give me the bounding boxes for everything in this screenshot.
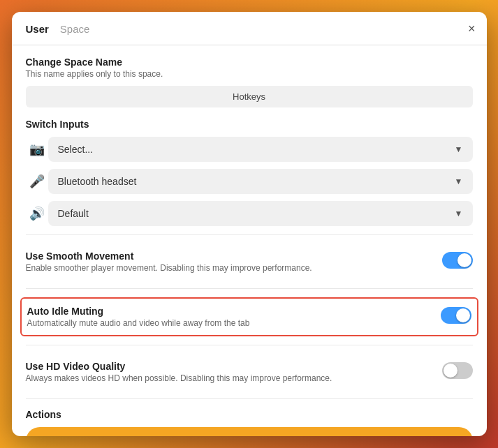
camera-select-value: Select... — [58, 144, 94, 155]
respawn-button[interactable]: respawn — [26, 427, 473, 436]
hotkeys-button[interactable]: Hotkeys — [26, 86, 473, 107]
modal-body: Change Space Name This name applies only… — [12, 45, 487, 436]
camera-icon: 📷 — [26, 142, 48, 157]
camera-chevron-icon: ▼ — [455, 144, 463, 154]
switch-inputs-label: Switch Inputs — [26, 119, 473, 130]
hd-video-desc: Always makes videos HD when possible. Di… — [26, 373, 431, 383]
tab-space[interactable]: Space — [60, 23, 90, 36]
hd-video-toggle[interactable] — [442, 362, 473, 379]
divider-4 — [26, 398, 473, 399]
hd-video-row: Use HD Video Quality Always makes videos… — [26, 354, 473, 390]
speaker-select-value: Default — [58, 208, 89, 219]
hd-video-text: Use HD Video Quality Always makes videos… — [26, 361, 442, 383]
microphone-select-value: Bluetooth headset — [58, 176, 137, 187]
microphone-select[interactable]: Bluetooth headset ▼ — [48, 169, 473, 194]
divider-1 — [26, 234, 473, 235]
close-button[interactable]: × — [468, 22, 476, 35]
divider-3 — [26, 345, 473, 345]
actions-label: Actions — [26, 409, 473, 420]
speaker-chevron-icon: ▼ — [455, 209, 463, 218]
auto-idle-muting-text: Auto Idle Muting Automatically mute audi… — [27, 306, 441, 328]
tab-user[interactable]: User — [26, 23, 49, 36]
auto-idle-muting-title: Auto Idle Muting — [27, 306, 430, 317]
divider-2 — [26, 288, 473, 289]
smooth-movement-toggle[interactable] — [442, 252, 473, 269]
speaker-icon: 🔊 — [26, 206, 48, 221]
smooth-movement-row: Use Smooth Movement Enable smoother play… — [26, 244, 473, 280]
microphone-icon: 🎤 — [26, 174, 48, 189]
change-space-name-desc: This name applies only to this space. — [26, 69, 473, 79]
smooth-movement-desc: Enable smoother player movement. Disabli… — [26, 263, 431, 273]
smooth-movement-title: Use Smooth Movement — [26, 251, 431, 262]
hd-video-title: Use HD Video Quality — [26, 361, 431, 372]
auto-idle-muting-row: Auto Idle Muting Automatically mute audi… — [20, 297, 478, 336]
camera-input-row: 📷 Select... ▼ — [26, 137, 473, 162]
speaker-input-row: 🔊 Default ▼ — [26, 201, 473, 226]
speaker-select[interactable]: Default ▼ — [48, 201, 473, 226]
microphone-input-row: 🎤 Bluetooth headset ▼ — [26, 169, 473, 194]
camera-select[interactable]: Select... ▼ — [48, 137, 473, 162]
microphone-chevron-icon: ▼ — [455, 177, 463, 186]
auto-idle-muting-desc: Automatically mute audio and video while… — [27, 318, 430, 328]
change-space-name-title: Change Space Name — [26, 57, 473, 68]
smooth-movement-text: Use Smooth Movement Enable smoother play… — [26, 251, 442, 273]
modal-header: User Space × — [12, 12, 487, 45]
settings-modal: User Space × Change Space Name This name… — [12, 12, 487, 436]
auto-idle-muting-toggle[interactable] — [441, 307, 471, 324]
